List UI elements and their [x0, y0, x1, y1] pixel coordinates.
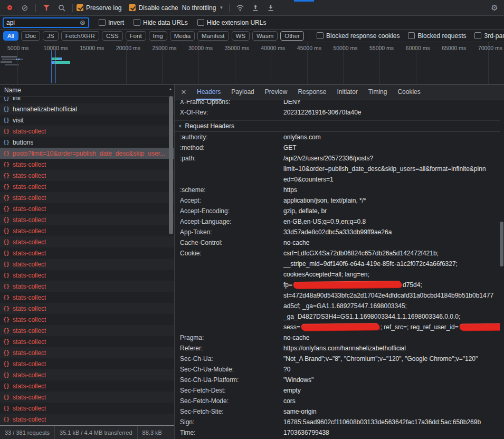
request-row[interactable]: {}stats-collect	[0, 392, 174, 403]
invert-checkbox[interactable]: Invert	[99, 19, 124, 26]
header-row: Accept-Language:en-GB,en-US;q=0.9,en;q=0…	[175, 216, 500, 227]
request-row[interactable]: {}stats-collect	[0, 380, 174, 392]
filter-input[interactable]: api ⊗	[3, 17, 89, 28]
scroll-up-icon[interactable]: ▲	[168, 87, 173, 91]
json-braces-icon: {}	[3, 184, 9, 189]
request-row[interactable]: {}visit	[0, 114, 174, 126]
hide-data-urls-checkbox[interactable]: Hide data URLs	[134, 19, 188, 26]
throttling-dropdown[interactable]: No throttling ▼	[182, 4, 224, 12]
scrollbar-thumb[interactable]	[500, 222, 503, 266]
request-row[interactable]: {}stats-collect	[0, 214, 174, 225]
request-row[interactable]: {}stats-collect	[0, 225, 174, 236]
import-har-button[interactable]	[249, 2, 262, 14]
preserve-log-checkbox[interactable]: Preserve log	[77, 4, 121, 12]
filter-chip-ws[interactable]: WS	[232, 31, 250, 41]
scrollbar-thumb[interactable]	[169, 96, 173, 234]
request-row[interactable]: {}stats-collect	[0, 259, 174, 270]
redaction-scribble	[460, 323, 500, 330]
filter-chip-css[interactable]: CSS	[102, 31, 123, 41]
filter-button[interactable]	[40, 2, 53, 14]
json-braces-icon: {}	[3, 106, 9, 112]
search-button[interactable]	[55, 2, 69, 14]
export-har-button[interactable]	[264, 2, 278, 14]
request-row[interactable]: {}stats-collect	[0, 403, 174, 414]
request-row[interactable]: {}stats-collect	[0, 181, 174, 192]
3rd-party-requests-checkbox[interactable]: 3rd-party requests	[474, 32, 504, 40]
request-row[interactable]: {}stats-collect	[0, 369, 174, 380]
header-value-line: no-cache	[283, 332, 500, 343]
filter-chip-wasm[interactable]: Wasm	[252, 31, 278, 41]
redaction-scribble	[301, 323, 379, 331]
request-row[interactable]: {}stats-collect	[0, 170, 174, 181]
request-row[interactable]: {}stats-collect	[0, 236, 174, 247]
request-row[interactable]: {}stats-collect	[0, 336, 174, 347]
request-row-selected[interactable]: {}posts?limit=10&order=publish_date_desc…	[0, 148, 174, 159]
header-value-line: "Windows"	[283, 375, 500, 385]
disable-cache-checkbox[interactable]: Disable cache	[129, 4, 178, 12]
filter-chip-font[interactable]: Font	[126, 31, 146, 41]
request-row[interactable]: {}stats-collect	[0, 281, 174, 292]
filter-chip-img[interactable]: Img	[149, 31, 167, 41]
json-braces-icon: {}	[3, 328, 9, 333]
network-summary-bar: 33 / 381 requests35.1 kB / 4.4 MB transf…	[0, 425, 174, 439]
request-row[interactable]: {}buttons	[0, 137, 174, 148]
filter-chip-other[interactable]: Other	[280, 31, 304, 41]
json-braces-icon: {}	[3, 150, 9, 156]
header-name: :method:	[180, 142, 283, 153]
header-row: :scheme:https	[175, 185, 500, 195]
request-name: stats-collect	[13, 183, 46, 190]
settings-button[interactable]: ⚙	[488, 2, 501, 14]
tab-response[interactable]: Response	[292, 84, 331, 100]
tab-initiator[interactable]: Initiator	[331, 84, 363, 100]
filter-chip-doc[interactable]: Doc	[21, 31, 40, 41]
request-row[interactable]: {}stats-collect	[0, 314, 174, 325]
request-row[interactable]: {}stats-collect	[0, 159, 174, 170]
tab-preview[interactable]: Preview	[260, 84, 293, 100]
blocked-requests-checkbox[interactable]: Blocked requests	[408, 32, 466, 40]
tab-headers[interactable]: Headers	[192, 84, 226, 100]
request-row[interactable]: {}hannahelizabethofficial	[0, 103, 174, 114]
filter-chip-all[interactable]: All	[3, 31, 18, 41]
record-button[interactable]	[3, 2, 16, 14]
request-row[interactable]: {}stats-collect	[0, 270, 174, 281]
request-row[interactable]: {}stats-collect	[0, 247, 174, 259]
header-name: Accept-Language:	[180, 216, 283, 227]
name-column-header[interactable]: Name	[0, 84, 174, 97]
waterfall-bar	[59, 58, 62, 60]
filter-chip-js[interactable]: JS	[43, 31, 58, 41]
hide-extension-urls-checkbox[interactable]: Hide extension URLs	[197, 19, 267, 26]
details-scrollbar[interactable]	[500, 100, 504, 439]
close-icon[interactable]: ✕	[178, 88, 189, 96]
request-row[interactable]: {}stats-collect	[0, 358, 174, 369]
header-value: DENY	[283, 100, 500, 107]
request-row[interactable]: {}stats-collect	[0, 303, 174, 314]
request-row[interactable]: {}init	[0, 97, 174, 103]
filter-chip-media[interactable]: Media	[170, 31, 195, 41]
request-row[interactable]: {}stats-collect	[0, 325, 174, 336]
blocked-response-cookies-checkbox[interactable]: Blocked response cookies	[317, 32, 400, 40]
top-accent-bar	[294, 0, 314, 2]
request-row[interactable]: {}stats-collect	[0, 126, 174, 137]
tab-timing[interactable]: Timing	[363, 84, 393, 100]
request-row[interactable]: {}stats-collect	[0, 347, 174, 358]
tab-cookies[interactable]: Cookies	[392, 84, 425, 100]
tab-payload[interactable]: Payload	[226, 84, 259, 100]
request-list-scrollbar[interactable]	[169, 94, 174, 423]
network-conditions-button[interactable]	[233, 2, 247, 14]
filter-chip-manifest[interactable]: Manifest	[197, 31, 229, 41]
filter-chip-fetch-xhr[interactable]: Fetch/XHR	[61, 31, 99, 41]
request-row[interactable]: {}stats-collect	[0, 292, 174, 303]
network-overview-timeline[interactable]: 5000 ms10000 ms15000 ms20000 ms25000 ms3…	[0, 42, 504, 84]
clear-input-icon[interactable]: ⊗	[80, 19, 85, 26]
clear-log-button[interactable]: ⊘	[18, 2, 32, 14]
request-headers-section[interactable]: ▾Request Headers	[175, 120, 500, 132]
json-braces-icon: {}	[3, 361, 9, 367]
timeline-label: 15000 ms	[80, 45, 104, 51]
json-braces-icon: {}	[3, 117, 9, 123]
json-braces-icon: {}	[3, 306, 9, 311]
header-value-line: empty	[283, 385, 500, 396]
request-row[interactable]: {}stats-collect	[0, 414, 174, 425]
header-row: Accept-Encoding:gzip, deflate, br	[175, 206, 500, 216]
request-row[interactable]: {}stats-collect	[0, 192, 174, 203]
request-row[interactable]: {}stats-collect	[0, 203, 174, 214]
